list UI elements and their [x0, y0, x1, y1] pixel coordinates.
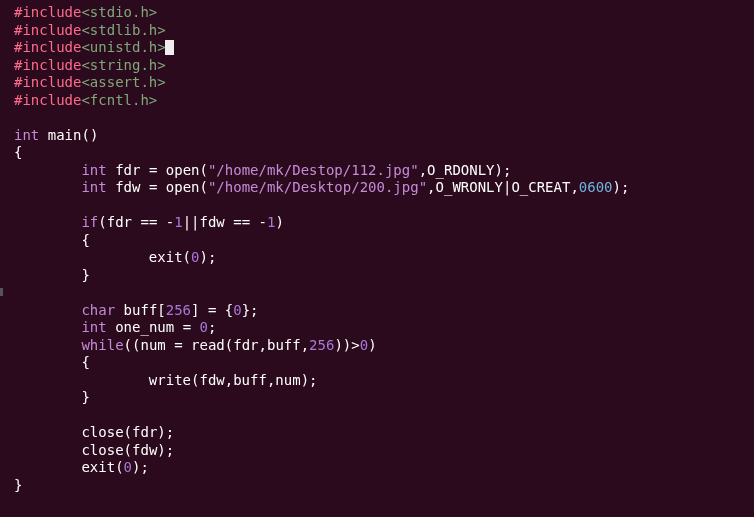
fn-call: open	[166, 179, 200, 195]
include-header: <assert.h>	[81, 74, 165, 90]
type-kw: char	[81, 302, 115, 318]
fn-call: close	[81, 442, 123, 458]
type-kw: int	[81, 319, 106, 335]
brace-close: }	[81, 267, 89, 283]
include-header: <unistd.h>	[81, 39, 165, 55]
assign-op: =	[149, 162, 157, 178]
var-ref: fdr	[107, 214, 132, 230]
code-editor[interactable]: #include<stdio.h> #include<stdlib.h> #in…	[0, 0, 754, 498]
fn-decl: int main()	[14, 127, 98, 143]
var-ref: fdw	[200, 214, 225, 230]
include-header: <string.h>	[81, 57, 165, 73]
fn-call: exit	[81, 459, 115, 475]
string-literal: "/home/mk/Desktop/200.jpg"	[208, 179, 427, 195]
var-name: buff	[124, 302, 158, 318]
preproc-kw: #include	[14, 57, 81, 73]
var-name: fdw	[115, 179, 140, 195]
include-line: #include<unistd.h>	[14, 39, 174, 55]
fn-call: close	[81, 424, 123, 440]
num-literal: 0	[233, 302, 241, 318]
string-literal: "/home/mk/Destop/112.jpg"	[208, 162, 419, 178]
while-kw: while	[81, 337, 123, 353]
include-line: #include<string.h>	[14, 57, 166, 73]
preproc-kw: #include	[14, 39, 81, 55]
brace-close: }	[81, 389, 89, 405]
include-line: #include<assert.h>	[14, 74, 166, 90]
preproc-kw: #include	[14, 92, 81, 108]
brace-open: {	[81, 232, 89, 248]
preproc-kw: #include	[14, 4, 81, 20]
preproc-kw: #include	[14, 22, 81, 38]
brace-open: {	[81, 354, 89, 370]
include-header: <fcntl.h>	[81, 92, 157, 108]
flag-const: O_WRONLY|O_CREAT	[436, 179, 571, 195]
num-literal: 1	[174, 214, 182, 230]
num-literal: 0	[200, 319, 208, 335]
include-header: <stdio.h>	[81, 4, 157, 20]
parens: ()	[81, 127, 98, 143]
fn-call: write	[149, 372, 191, 388]
flag-const: O_RDONLY	[427, 162, 494, 178]
brace-close: }	[14, 477, 22, 493]
include-line: #include<stdio.h>	[14, 4, 157, 20]
num-literal: 0600	[579, 179, 613, 195]
type-kw: int	[81, 162, 106, 178]
var-ref: num	[140, 337, 165, 353]
var-name: one_num	[115, 319, 174, 335]
fn-call: open	[166, 162, 200, 178]
include-line: #include<fcntl.h>	[14, 92, 157, 108]
text-cursor	[165, 40, 174, 55]
type-kw: int	[14, 127, 39, 143]
include-header: <stdlib.h>	[81, 22, 165, 38]
fn-call: exit	[149, 249, 183, 265]
assign-op: =	[149, 179, 157, 195]
num-literal: 256	[166, 302, 191, 318]
var-name: fdr	[115, 162, 140, 178]
fn-call: read	[191, 337, 225, 353]
fn-name: main	[48, 127, 82, 143]
include-line: #include<stdlib.h>	[14, 22, 166, 38]
if-kw: if	[81, 214, 98, 230]
brace-open: {	[14, 144, 22, 160]
preproc-kw: #include	[14, 74, 81, 90]
type-kw: int	[81, 179, 106, 195]
